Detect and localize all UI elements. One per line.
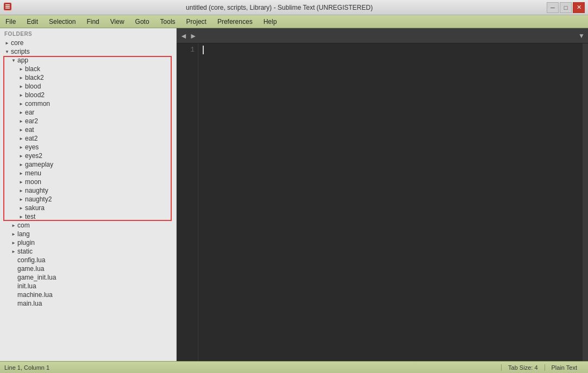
editor: ◄ ► ▼ 1 [177, 28, 588, 361]
folder-arrow-icon [17, 109, 25, 116]
sidebar-folder-naughty2[interactable]: naughty2 [0, 195, 176, 204]
menu-item-edit[interactable]: Edit [21, 15, 43, 28]
folder-arrow-icon [17, 178, 25, 186]
sidebar-folder-core[interactable]: core [0, 39, 176, 47]
status-position: Line 1, Column 1 [4, 364, 501, 371]
folder-arrow-icon [17, 83, 25, 90]
menubar: FileEditSelectionFindViewGotoToolsProjec… [0, 15, 588, 28]
close-button[interactable]: ✕ [573, 2, 585, 13]
folder-arrow-icon [17, 213, 25, 220]
status-syntax[interactable]: Plain Text [545, 364, 584, 371]
folder-arrow-icon [17, 204, 25, 212]
statusbar: Line 1, Column 1 Tab Size: 4 Plain Text [0, 361, 588, 373]
sidebar-folder-scripts[interactable]: scripts [0, 47, 176, 56]
sidebar-folder-blood2[interactable]: blood2 [0, 91, 176, 99]
tree-item-label: app [17, 56, 28, 64]
sidebar-folder-sakura[interactable]: sakura [0, 204, 176, 212]
tab-dropdown-button[interactable]: ▼ [578, 32, 585, 40]
menu-item-help[interactable]: Help [258, 15, 283, 28]
sidebar-folder-moon[interactable]: moon [0, 178, 176, 186]
tree-item-label: sakura [25, 204, 45, 212]
tree-item-label: config.lua [17, 256, 45, 264]
menu-item-tools[interactable]: Tools [155, 15, 181, 28]
tree-item-label: ear2 [25, 117, 38, 125]
folder-arrow-icon [17, 91, 25, 99]
sidebar-folder-ear[interactable]: ear [0, 108, 176, 117]
sidebar-folder-plugin[interactable]: plugin [0, 238, 176, 247]
tree-item-label: core [11, 39, 23, 47]
sidebar-folder-com[interactable]: com [0, 221, 176, 230]
editor-scrollbar[interactable] [583, 43, 588, 361]
folders-label: FOLDERS [0, 28, 176, 39]
restore-button[interactable]: □ [560, 2, 572, 13]
menu-item-view[interactable]: View [105, 15, 130, 28]
sidebar-folder-menu[interactable]: menu [0, 169, 176, 178]
tree-item-label: static [17, 248, 33, 255]
sidebar-file-config.lua[interactable]: config.lua [0, 256, 176, 264]
editor-content: 1 [177, 43, 588, 361]
menu-item-file[interactable]: File [0, 15, 21, 28]
sidebar-folder-naughty[interactable]: naughty [0, 186, 176, 195]
tree-item-label: init.lua [17, 282, 36, 290]
tree-item-label: blood2 [25, 91, 45, 99]
tree-item-label: black [25, 65, 40, 73]
sidebar-file-machine.lua[interactable]: machine.lua [0, 290, 176, 299]
tree-item-label: ear [25, 109, 34, 116]
status-right: Tab Size: 4 Plain Text [501, 364, 584, 371]
folder-arrow-icon [17, 126, 25, 134]
tree-item-label: scripts [11, 48, 30, 55]
tree-item-label: gameplay [25, 161, 53, 168]
sidebar-folder-lang[interactable]: lang [0, 230, 176, 238]
menu-item-preferences[interactable]: Preferences [212, 15, 258, 28]
tree-item-label: common [25, 100, 50, 108]
menu-item-selection[interactable]: Selection [43, 15, 81, 28]
folder-arrow-icon [10, 56, 17, 64]
sidebar: FOLDERS corescriptsappblackblack2bloodbl… [0, 28, 177, 361]
tree-item-label: plugin [17, 239, 35, 246]
titlebar-icon [3, 2, 12, 12]
sidebar-folder-eyes2[interactable]: eyes2 [0, 151, 176, 160]
sidebar-folder-ear2[interactable]: ear2 [0, 117, 176, 125]
folder-arrow-icon [17, 117, 25, 125]
sidebar-folder-eyes[interactable]: eyes [0, 143, 176, 151]
cursor-line [203, 46, 578, 54]
sidebar-folder-test[interactable]: test [0, 212, 176, 221]
menu-item-find[interactable]: Find [81, 15, 104, 28]
sidebar-folder-static[interactable]: static [0, 247, 176, 256]
svg-rect-1 [5, 4, 10, 5]
sidebar-folder-black2[interactable]: black2 [0, 73, 176, 82]
folder-arrow-icon [17, 195, 25, 203]
svg-rect-3 [5, 8, 10, 9]
status-tab-size[interactable]: Tab Size: 4 [501, 364, 544, 371]
folder-arrow-icon [17, 100, 25, 108]
tab-nav-next[interactable]: ► [190, 31, 197, 40]
folder-arrow-icon [10, 222, 17, 229]
folder-arrow-icon [17, 74, 25, 81]
line-numbers: 1 [177, 43, 198, 361]
folder-arrow-icon [3, 39, 11, 47]
sidebar-file-main.lua[interactable]: main.lua [0, 299, 176, 308]
sidebar-folder-gameplay[interactable]: gameplay [0, 160, 176, 169]
minimize-button[interactable]: ─ [547, 2, 559, 13]
text-cursor [203, 46, 204, 54]
code-area[interactable] [198, 43, 583, 361]
tree-item-label: game_init.lua [17, 274, 56, 281]
tree-item-label: main.lua [17, 300, 42, 307]
sidebar-folder-blood[interactable]: blood [0, 82, 176, 91]
sidebar-file-game_init.lua[interactable]: game_init.lua [0, 273, 176, 282]
titlebar: untitled (core, scripts, Library) - Subl… [0, 0, 588, 15]
sidebar-folder-common[interactable]: common [0, 99, 176, 108]
menu-item-project[interactable]: Project [181, 15, 212, 28]
sidebar-folder-app[interactable]: app [0, 56, 176, 65]
tree-item-label: menu [25, 169, 41, 177]
tab-nav-prev[interactable]: ◄ [180, 31, 187, 40]
line-number: 1 [180, 46, 195, 54]
tree-item-label: test [25, 213, 35, 220]
menu-item-goto[interactable]: Goto [130, 15, 155, 28]
folder-arrow-icon [17, 161, 25, 168]
sidebar-folder-eat2[interactable]: eat2 [0, 134, 176, 143]
sidebar-folder-black[interactable]: black [0, 65, 176, 73]
sidebar-file-game.lua[interactable]: game.lua [0, 264, 176, 273]
sidebar-file-init.lua[interactable]: init.lua [0, 282, 176, 290]
sidebar-folder-eat[interactable]: eat [0, 125, 176, 134]
